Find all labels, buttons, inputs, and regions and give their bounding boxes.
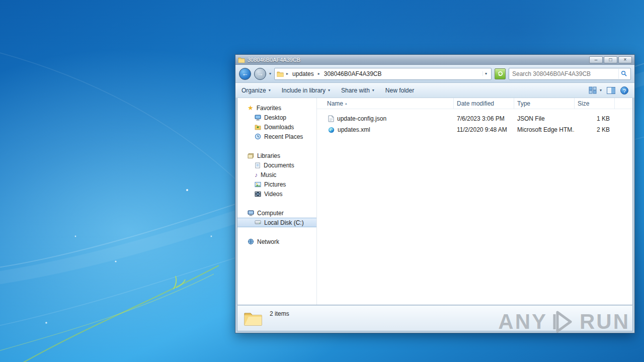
libraries-icon <box>248 153 254 159</box>
file-type: JSON File <box>514 115 575 122</box>
computer-icon <box>248 210 254 216</box>
file-size: 2 KB <box>575 126 615 133</box>
music-note-icon: ♪ <box>255 171 258 178</box>
search-box[interactable] <box>509 68 631 80</box>
sidebar-header-libraries[interactable]: Libraries <box>237 151 316 160</box>
large-folder-icon <box>244 310 263 326</box>
column-headers: Name ▴ Date modified Type Size <box>317 98 632 109</box>
window-title: 308046B0AF4A39CB <box>248 57 300 63</box>
downloads-icon <box>255 124 261 130</box>
navigation-pane: ★ Favorites Desktop Downloads <box>237 98 317 305</box>
refresh-button[interactable] <box>495 68 506 79</box>
chevron-down-icon: ▾ <box>328 88 330 93</box>
sidebar-section-network: Network <box>237 237 316 246</box>
sort-ascending-icon: ▴ <box>345 102 347 106</box>
search-button[interactable] <box>618 69 629 79</box>
include-in-library-button[interactable]: Include in library ▾ <box>282 87 330 94</box>
column-header-name[interactable]: Name ▴ <box>317 98 454 109</box>
sidebar-header-computer[interactable]: Computer <box>237 208 316 218</box>
navigation-bar: ← → ▾ ▸ updates ▸ 308046B0AF4A39CB ▾ <box>235 65 634 83</box>
file-list-pane: Name ▴ Date modified Type Size <box>317 98 632 305</box>
share-with-button[interactable]: Share with ▾ <box>341 87 374 94</box>
refresh-icon <box>497 70 504 77</box>
sidebar-item-videos[interactable]: Videos <box>237 189 316 199</box>
file-type: Microsoft Edge HTM... <box>514 126 575 133</box>
help-button[interactable]: ? <box>620 86 628 95</box>
file-name: update-config.json <box>337 115 386 122</box>
file-date-modified: 7/6/2023 3:06 PM <box>454 115 514 122</box>
organize-button[interactable]: Organize ▾ <box>242 87 271 94</box>
back-button[interactable]: ← <box>239 68 251 80</box>
sidebar-item-local-disk-c[interactable]: Local Disk (C:) <box>237 218 316 227</box>
explorer-content: ★ Favorites Desktop Downloads <box>237 98 633 305</box>
column-header-size[interactable]: Size <box>575 98 615 109</box>
videos-icon <box>255 191 261 197</box>
preview-pane-icon <box>607 87 615 94</box>
chevron-down-icon: ▾ <box>372 88 374 93</box>
column-header-blank <box>615 98 632 109</box>
network-icon <box>248 238 254 245</box>
items-count: 2 items <box>270 310 289 317</box>
address-dropdown-chevron[interactable]: ▾ <box>482 71 489 76</box>
edge-html-file-icon <box>328 127 335 133</box>
sidebar-header-network[interactable]: Network <box>237 237 316 246</box>
file-size: 1 KB <box>575 115 615 122</box>
sidebar-section-libraries: Libraries Documents ♪ Music <box>237 151 316 199</box>
new-folder-button[interactable]: New folder <box>385 87 414 94</box>
sidebar-item-desktop[interactable]: Desktop <box>237 113 316 122</box>
sidebar-item-pictures[interactable]: Pictures <box>237 179 316 189</box>
breadcrumb-separator[interactable]: ▸ <box>285 71 289 76</box>
chevron-down-icon: ▾ <box>269 88 271 93</box>
sidebar-section-favorites: ★ Favorites Desktop Downloads <box>237 103 316 141</box>
column-header-date-modified[interactable]: Date modified <box>454 98 514 109</box>
json-file-icon <box>328 115 334 122</box>
chevron-down-icon: ▾ <box>600 88 602 93</box>
file-name: updates.xml <box>338 126 370 133</box>
address-bar[interactable]: ▸ updates ▸ 308046B0AF4A39CB ▾ <box>274 68 492 80</box>
views-grid-icon <box>589 86 597 94</box>
close-button[interactable]: × <box>618 56 632 63</box>
sidebar-header-favorites[interactable]: ★ Favorites <box>237 103 316 113</box>
forward-button[interactable]: → <box>254 68 266 80</box>
sidebar-item-recent-places[interactable]: Recent Places <box>237 132 316 141</box>
star-icon: ★ <box>248 104 254 112</box>
location-folder-icon <box>277 71 284 77</box>
minimize-button[interactable]: – <box>589 56 603 63</box>
sidebar-section-computer: Computer Local Disk (C:) <box>237 208 316 227</box>
change-view-button[interactable]: ▾ <box>589 86 602 94</box>
explorer-window: 308046B0AF4A39CB – □ × ← → ▾ ▸ updates ▸… <box>235 54 635 333</box>
file-rows: update-config.json 7/6/2023 3:06 PM JSON… <box>317 109 632 135</box>
hard-disk-icon <box>255 220 261 225</box>
file-date-modified: 11/2/2020 9:48 AM <box>454 126 514 133</box>
desktop: 308046B0AF4A39CB – □ × ← → ▾ ▸ updates ▸… <box>0 0 644 362</box>
sidebar-item-music[interactable]: ♪ Music <box>237 170 316 179</box>
file-row-update-config-json[interactable]: update-config.json 7/6/2023 3:06 PM JSON… <box>317 113 632 124</box>
breadcrumb-updates[interactable]: updates <box>291 70 315 78</box>
column-header-type[interactable]: Type <box>514 98 575 109</box>
search-icon <box>621 70 627 77</box>
command-toolbar: Organize ▾ Include in library ▾ Share wi… <box>235 83 634 98</box>
file-row-updates-xml[interactable]: updates.xml 11/2/2020 9:48 AM Microsoft … <box>317 124 632 135</box>
preview-pane-button[interactable] <box>607 87 615 94</box>
titlebar[interactable]: 308046B0AF4A39CB – □ × <box>235 55 634 65</box>
recent-places-icon <box>255 133 261 140</box>
search-input[interactable] <box>512 70 618 77</box>
breadcrumb-separator[interactable]: ▸ <box>317 71 321 76</box>
sidebar-item-documents[interactable]: Documents <box>237 160 316 170</box>
details-pane: 2 items <box>237 305 633 331</box>
documents-icon <box>255 162 261 168</box>
desktop-icon <box>255 115 261 121</box>
breadcrumb-current[interactable]: 308046B0AF4A39CB <box>323 70 383 78</box>
folder-icon <box>238 57 245 63</box>
history-chevron[interactable]: ▾ <box>269 71 271 76</box>
maximize-button[interactable]: □ <box>604 56 617 63</box>
sidebar-item-downloads[interactable]: Downloads <box>237 122 316 132</box>
pictures-icon <box>255 182 261 188</box>
